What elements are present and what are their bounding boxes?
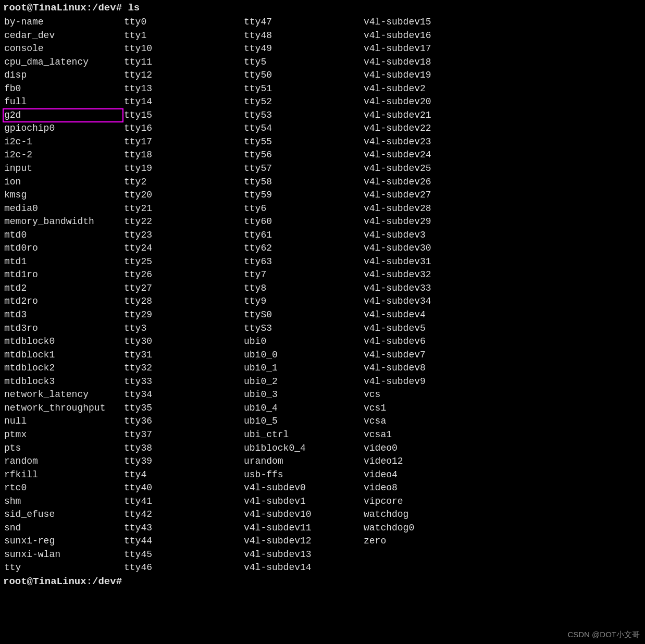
ls-item: tty51: [243, 82, 363, 96]
ls-item: mtd1ro: [3, 268, 123, 282]
ls-item: tty44: [123, 535, 243, 548]
ls-item: tty47: [243, 16, 363, 29]
ls-item: v4l-subdev33: [363, 282, 482, 295]
ls-item: v4l-subdev0: [243, 481, 363, 495]
ls-item: v4l-subdev28: [363, 202, 482, 216]
ls-item: ptmx: [3, 428, 123, 442]
ls-item: cpu_dma_latency: [3, 56, 123, 69]
ls-item: ttyS0: [243, 308, 363, 322]
ls-item: tty14: [123, 95, 243, 109]
ls-item: network_latency: [3, 388, 123, 402]
ls-item: i2c-2: [3, 148, 123, 162]
ls-item: v4l-subdev27: [363, 189, 482, 202]
ls-item: v4l-subdev14: [243, 561, 363, 575]
ls-item: v4l-subdev16: [363, 29, 482, 43]
ls-item: watchdog0: [363, 522, 482, 535]
ls-item: ttyS3: [243, 322, 363, 336]
ls-item: tty57: [243, 162, 363, 176]
ls-item: shm: [3, 495, 123, 509]
ls-item: v4l-subdev17: [363, 42, 482, 56]
ls-item: snd: [3, 522, 123, 535]
ls-item: mtd1: [3, 255, 123, 269]
ls-item: tty13: [123, 82, 243, 96]
ls-item: tty4: [123, 468, 243, 482]
ls-item: v4l-subdev18: [363, 56, 482, 69]
ls-item: ubi0_3: [243, 388, 363, 402]
ls-item: tty42: [123, 508, 243, 522]
ls-item: gpiochip0: [3, 122, 123, 135]
ls-item: vcs1: [363, 402, 482, 415]
ls-item: fb0: [3, 82, 123, 96]
ls-item: rtc0: [3, 481, 123, 495]
ls-item: tty35: [123, 402, 243, 415]
ls-item: ubi0_1: [243, 362, 363, 375]
ls-item: tty1: [123, 29, 243, 43]
ls-item: tty0: [123, 16, 243, 29]
terminal-header: root@TinaLinux:/dev# ls: [3, 2, 642, 14]
ls-item: v4l-subdev29: [363, 215, 482, 229]
ls-item: v4l-subdev5: [363, 322, 482, 336]
ls-item: tty3: [123, 322, 243, 336]
ls-item: pts: [3, 442, 123, 455]
ls-item: v4l-subdev13: [243, 548, 363, 562]
ls-item: v4l-subdev9: [363, 375, 482, 389]
ls-item: sunxi-wlan: [3, 548, 123, 562]
ls-item: random: [3, 455, 123, 468]
ls-item: v4l-subdev30: [363, 242, 482, 255]
ls-item: ion: [3, 176, 123, 189]
ls-item: v4l-subdev15: [363, 16, 482, 29]
ls-item: tty20: [123, 189, 243, 202]
ls-item: tty56: [243, 148, 363, 162]
ls-item: tty39: [123, 455, 243, 468]
ls-item: tty19: [123, 162, 243, 176]
ls-item: tty26: [123, 268, 243, 282]
ls-item: tty18: [123, 148, 243, 162]
ls-item: mtdblock3: [3, 375, 123, 389]
ls-item: tty34: [123, 388, 243, 402]
ls-item: video12: [363, 455, 482, 468]
ls-item: tty58: [243, 176, 363, 189]
ls-item: video8: [363, 481, 482, 495]
terminal-footer[interactable]: root@TinaLinux:/dev#: [3, 576, 642, 587]
ls-item: mtd2: [3, 282, 123, 295]
ls-item: v4l-subdev19: [363, 69, 482, 82]
ls-item: tty36: [123, 415, 243, 428]
ls-item: tty29: [123, 308, 243, 322]
ls-item: ubi0_0: [243, 349, 363, 362]
ls-item: ubiblock0_4: [243, 442, 363, 455]
ls-item: mtdblock2: [3, 362, 123, 375]
ls-item: tty41: [123, 495, 243, 509]
ls-item: vcs: [363, 388, 482, 402]
ls-item: tty37: [123, 428, 243, 442]
ls-item: disp: [3, 69, 123, 82]
ls-item: mtdblock0: [3, 335, 123, 349]
ls-item: tty60: [243, 215, 363, 229]
ls-item: v4l-subdev1: [243, 495, 363, 509]
ls-item: input: [3, 162, 123, 176]
ls-item: tty24: [123, 242, 243, 255]
ls-item: tty15: [123, 109, 243, 122]
ls-item: v4l-subdev32: [363, 268, 482, 282]
ls-item: null: [3, 415, 123, 428]
ls-item: v4l-subdev2: [363, 82, 482, 96]
ls-output: by-nametty0tty47v4l-subdev15cedar_devtty…: [3, 16, 642, 575]
ls-item: tty59: [243, 189, 363, 202]
ls-item: urandom: [243, 455, 363, 468]
terminal: root@TinaLinux:/dev# ls by-nametty0tty47…: [0, 0, 645, 644]
ls-item: memory_bandwidth: [3, 215, 123, 229]
ls-item: sunxi-reg: [3, 535, 123, 548]
ls-item: video0: [363, 442, 482, 455]
ls-item: zero: [363, 535, 482, 548]
ls-item: tty30: [123, 335, 243, 349]
ls-item: mtdblock1: [3, 349, 123, 362]
ls-item: tty7: [243, 268, 363, 282]
ls-item: mtd3: [3, 308, 123, 322]
ls-item: tty63: [243, 255, 363, 269]
ls-item: v4l-subdev10: [243, 508, 363, 522]
ls-item: tty12: [123, 69, 243, 82]
ls-item: v4l-subdev21: [363, 109, 482, 122]
ls-item: video4: [363, 468, 482, 482]
ls-item: mtd0: [3, 229, 123, 242]
ls-item: ubi0_2: [243, 375, 363, 389]
ls-item: tty53: [243, 109, 363, 122]
